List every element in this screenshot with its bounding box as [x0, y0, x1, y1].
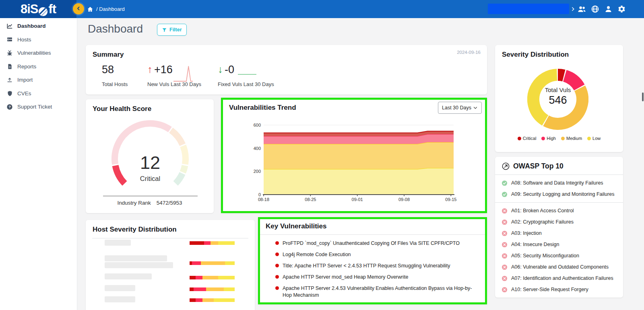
sidebar-collapse-button[interactable] — [73, 3, 84, 14]
bar-segment-high — [196, 298, 203, 302]
chart-line-icon — [6, 23, 13, 29]
search-input[interactable] — [488, 4, 569, 14]
industry-rank-value: 5472/5953 — [157, 200, 182, 206]
x-circle-icon — [502, 242, 508, 248]
legend-item-low[interactable]: Low — [587, 136, 601, 141]
redacted-host-label — [105, 262, 173, 268]
bar-segment-medium — [202, 298, 214, 302]
navbar-icon-group — [577, 0, 626, 18]
new-vuls-value: +16 — [154, 64, 173, 76]
legend-label: High — [547, 136, 556, 141]
redacted-host-label — [105, 296, 135, 302]
owasp-item-label: A02: Cryptographic Failures — [511, 219, 574, 225]
red-bullet-icon — [275, 264, 279, 267]
bar-segment-high — [194, 287, 206, 291]
logo-text: 8iSft — [21, 2, 56, 16]
bar-segment-critical — [190, 287, 194, 291]
legend-dot — [518, 137, 521, 140]
svg-text:400: 400 — [254, 146, 261, 151]
host-severity-bar — [190, 298, 235, 302]
key-vuln-item: Apache HTTP Server mod_sed Heap Memory O… — [275, 274, 479, 281]
key-vuln-label: Title: Apache HTTP Server < 2.4.53 HTTP … — [283, 263, 450, 269]
bar-segment-high — [196, 276, 203, 279]
owasp-item-label: A08: Software and Data Integrity Failure… — [511, 180, 603, 186]
help-circle-icon: ? — [6, 104, 13, 110]
bar-segment-medium — [211, 241, 218, 245]
sidebar-item-vulnerabilities[interactable]: Vulnerabilities — [0, 46, 77, 60]
sidebar-item-support-ticket[interactable]: ?Support Ticket — [0, 100, 77, 114]
host-severity-bar — [190, 276, 235, 279]
sidebar-item-label: Hosts — [17, 37, 31, 43]
total-hosts-value: 58 — [102, 64, 114, 76]
legend-item-medium[interactable]: Medium — [561, 136, 582, 141]
globe-icon[interactable] — [590, 4, 600, 14]
host-severity-card: Host Severity Distribution — [86, 220, 255, 310]
owasp-item: A05: Security Misconfiguration — [502, 250, 619, 261]
redacted-host-label — [105, 255, 167, 261]
owasp-item-label: A06: Vulnerable and Outdated Components — [511, 264, 609, 270]
home-icon[interactable] — [87, 6, 93, 12]
legend-dot — [541, 137, 545, 140]
sidebar-item-reports[interactable]: Reports — [0, 60, 77, 74]
trend-range-dropdown[interactable]: Last 30 Days — [438, 102, 482, 114]
chevron-right-icon[interactable] — [570, 6, 576, 12]
x-circle-icon — [502, 264, 508, 270]
industry-rank: Industry Rank5472/5953 — [86, 200, 214, 206]
scrollbar-thumb[interactable] — [642, 92, 644, 101]
breadcrumb-text[interactable]: / Dashboard — [96, 6, 125, 12]
owasp-item: A01: Broken Access Control — [502, 205, 619, 216]
shield-icon — [6, 90, 13, 96]
owasp-item: A07: Identification and Authentication F… — [502, 273, 619, 284]
owasp-item: A06: Vulnerable and Outdated Components — [502, 261, 619, 273]
svg-text:0: 0 — [258, 192, 261, 197]
total-hosts-label: Total Hosts — [102, 81, 128, 87]
svg-text:?: ? — [8, 105, 11, 109]
arrow-up-icon: ↑ — [147, 64, 153, 74]
summary-date: 2024-09-16 — [457, 50, 481, 55]
owasp-item: A02: Cryptographic Failures — [502, 216, 619, 228]
page-title: Dashboard — [88, 23, 143, 35]
svg-text:08-18: 08-18 — [258, 197, 269, 202]
upload-icon — [6, 77, 13, 83]
logo-globe-icon — [38, 5, 48, 15]
vulnerabilities-trend-card: Vulnerabilities Trend Last 30 Days 02004… — [221, 98, 487, 213]
legend-item-critical[interactable]: Critical — [518, 136, 537, 141]
new-vuls-sparkline — [173, 65, 193, 82]
owasp-item: A03: Injection — [502, 228, 619, 239]
health-title: Your Health Score — [93, 105, 151, 113]
user-profile-icon[interactable] — [604, 4, 613, 14]
key-vuln-label: Apache HTTP Server 2.4.53 Vulnerability … — [283, 285, 479, 298]
legend-item-high[interactable]: High — [541, 136, 556, 141]
sidebar-item-import[interactable]: Import — [0, 73, 77, 87]
bar-segment-medium — [202, 276, 218, 279]
svg-text:200: 200 — [254, 169, 261, 174]
sidebar: DashboardHostsVulnerabilitiesReportsImpo… — [0, 18, 77, 310]
owasp-item-label: A10: Server-Side Request Forgery — [511, 287, 588, 292]
svg-text:09-01: 09-01 — [352, 197, 363, 202]
server-icon — [6, 36, 13, 43]
users-icon[interactable] — [577, 4, 586, 14]
check-circle-icon — [502, 180, 508, 186]
key-vuln-item: Log4j Remote Code Execution — [275, 251, 479, 258]
sidebar-item-label: Support Ticket — [17, 104, 52, 110]
legend-dot — [587, 137, 591, 140]
funnel-icon — [162, 27, 167, 33]
key-vulns-title: Key Vulnerabilities — [266, 222, 326, 230]
x-circle-icon — [502, 287, 508, 293]
total-vuls-label: Total Vuls — [526, 86, 590, 93]
svg-text:600: 600 — [254, 123, 261, 127]
bar-segment-critical — [190, 276, 196, 279]
sidebar-item-dashboard[interactable]: Dashboard — [0, 19, 77, 33]
bar-segment-medium — [206, 287, 224, 291]
key-vuln-item: ProFTPD `mod_copy` Unauthenticated Copyi… — [275, 240, 479, 247]
owasp-item-label: A09: Security Logging and Monitoring Fai… — [511, 191, 614, 197]
logo[interactable]: 8iSft — [0, 0, 76, 18]
filter-button[interactable]: Filter — [157, 24, 187, 36]
x-circle-icon — [502, 219, 508, 225]
health-score-level: Critical — [110, 175, 190, 183]
settings-gear-icon[interactable] — [617, 4, 626, 14]
x-circle-icon — [502, 253, 508, 259]
sidebar-item-cves[interactable]: CVEs — [0, 87, 77, 101]
summary-card: Summary 2024-09-16 58 Total Hosts ↑ +16 … — [86, 45, 487, 94]
sidebar-item-hosts[interactable]: Hosts — [0, 33, 77, 47]
